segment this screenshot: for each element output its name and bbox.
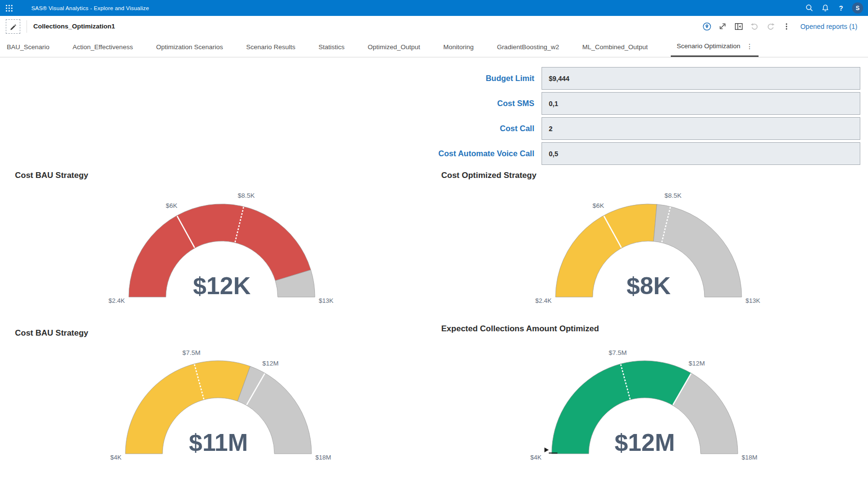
tab-label: GradientBoosting_w2 — [497, 43, 559, 51]
gauge-tick-label: $7.5M — [609, 349, 627, 356]
undo-icon[interactable] — [750, 22, 760, 31]
redo-icon[interactable] — [766, 22, 775, 31]
notifications-icon[interactable] — [820, 3, 830, 13]
tab-gradientboosting-w2[interactable]: GradientBoosting_w2 — [497, 37, 559, 57]
tab-label: Scenario Results — [246, 43, 295, 51]
app-window: SAS® Visual Analytics - Explore and Visu… — [0, 0, 868, 488]
param-label-budget-limit: Budget Limit — [0, 67, 534, 90]
gauge-max-label: $13K — [319, 297, 334, 304]
tab-action-effectiveness[interactable]: Action_Effectiveness — [73, 37, 133, 57]
toolbar-actions: Opened reports (1) — [702, 16, 857, 37]
grid-icon — [5, 4, 13, 12]
param-value: 0,5 — [549, 150, 558, 158]
gauge-max-label: $13K — [746, 297, 760, 304]
gauge-min-label: $4K — [530, 454, 542, 461]
param-value: 0,1 — [549, 100, 558, 108]
tab-label: Optimized_Output — [368, 43, 420, 51]
tab-label: Monitoring — [443, 43, 474, 51]
tab-menu-icon[interactable]: ⋮ — [746, 42, 753, 50]
param-field-cost-call[interactable]: 2 — [542, 117, 860, 140]
user-avatar[interactable]: S — [852, 2, 863, 14]
app-title: SAS® Visual Analytics - Explore and Visu… — [31, 5, 149, 11]
tab-ml-combined-output[interactable]: ML_Combined_Output — [582, 37, 648, 57]
gauge-cost-bau-strategy-2: $7.5M$12M$4K$18M$11M — [35, 316, 402, 475]
tab-label: Optimization Scenarios — [156, 43, 223, 51]
gauge-tick-label: $6K — [166, 202, 177, 209]
opened-reports-link[interactable]: Opened reports (1) — [800, 23, 857, 30]
help-icon[interactable]: ? — [836, 4, 846, 12]
gauge-tick-label: $8.5K — [238, 192, 255, 199]
gauge-tick-label: $6K — [593, 202, 604, 209]
gauge-cost-optimized-strategy-1: $6K$8.5K$2.4K$13K$8K — [465, 159, 832, 318]
param-field-budget-limit[interactable]: $9,444 — [542, 67, 860, 90]
tab-optimized-output[interactable]: Optimized_Output — [368, 37, 420, 57]
report-toolbar: Collections_Optimization1 — [0, 16, 868, 37]
gauge-value: $8K — [626, 272, 671, 299]
gauge-tick-label: $12M — [262, 360, 279, 367]
tab-scenario-optimization[interactable]: Scenario Optimization⋮ — [671, 37, 759, 57]
tab-monitoring[interactable]: Monitoring — [443, 37, 474, 57]
gauge-tick-label: $8.5K — [665, 192, 681, 199]
tab-bau-scenario[interactable]: BAU_Scenario — [7, 37, 50, 57]
tab-label: ML_Combined_Output — [582, 43, 648, 51]
tab-scenario-results[interactable]: Scenario Results — [246, 37, 295, 57]
gauge-tick-label: $12M — [689, 360, 705, 367]
gauge-min-label: $2.4K — [535, 297, 552, 304]
app-launcher-icon[interactable] — [4, 3, 14, 13]
more-options-icon[interactable] — [782, 22, 791, 31]
gauge-value: $11M — [189, 429, 248, 456]
tab-statistics[interactable]: Statistics — [319, 37, 345, 57]
gauge-value: $12K — [193, 272, 251, 299]
maximize-icon[interactable] — [718, 22, 728, 31]
gauge-min-marker-icon — [544, 447, 549, 452]
gauge-max-label: $18M — [315, 454, 331, 461]
gauge-expected-collections-amount-optimized-3: $7.5M$12M$4K$18M$12M — [461, 316, 828, 475]
search-icon[interactable] — [804, 3, 814, 13]
gauge-max-label: $18M — [742, 454, 758, 461]
tab-label: Statistics — [319, 43, 345, 51]
param-label-cost-sms: Cost SMS — [0, 92, 534, 115]
edit-button[interactable] — [6, 19, 20, 34]
param-value: $9,444 — [549, 75, 570, 82]
tab-label: BAU_Scenario — [7, 43, 50, 51]
tab-label: Scenario Optimization — [677, 42, 740, 50]
param-label-cost-call: Cost Call — [0, 117, 534, 140]
gauge-min-label: $2.4K — [108, 297, 125, 304]
toolbar-separator — [27, 20, 27, 33]
report-title: Collections_Optimization1 — [33, 23, 115, 30]
tab-optimization-scenarios[interactable]: Optimization Scenarios — [156, 37, 223, 57]
gauge-cost-bau-strategy-0: $6K$8.5K$2.4K$13K$12K — [39, 159, 405, 318]
panel-toggle-icon[interactable] — [734, 22, 744, 31]
gauge-tick-label: $7.5M — [182, 349, 201, 356]
pencil-icon — [9, 23, 17, 30]
tab-label: Action_Effectiveness — [73, 43, 133, 51]
gauge-min-label: $4K — [110, 454, 122, 461]
app-bar: SAS® Visual Analytics - Explore and Visu… — [0, 0, 868, 16]
page-tab-strip: BAU_ScenarioAction_EffectivenessOptimiza… — [0, 37, 868, 57]
param-value: 2 — [549, 125, 553, 133]
report-view-icon[interactable] — [702, 22, 712, 31]
app-bar-actions: ? S — [804, 0, 863, 16]
param-field-cost-sms[interactable]: 0,1 — [542, 92, 860, 115]
gauge-value: $12M — [614, 429, 675, 456]
